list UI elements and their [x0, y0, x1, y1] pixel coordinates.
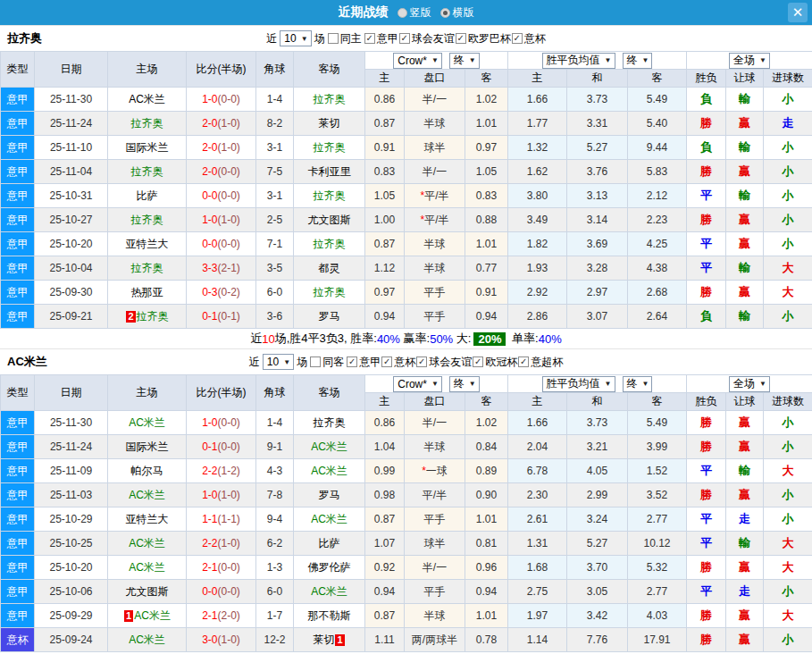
league-filter-checkbox[interactable]: 球会友谊	[416, 355, 472, 370]
league-badge[interactable]: 意甲	[1, 532, 35, 556]
recent-count-select[interactable]: 10 ▼	[263, 354, 294, 370]
league-badge[interactable]: 意甲	[1, 112, 35, 136]
home-team-cell[interactable]: 国际米兰	[108, 435, 187, 459]
league-badge[interactable]: 意甲	[1, 483, 35, 507]
col-header-euro-away: 客	[628, 393, 687, 411]
away-team-cell[interactable]: 拉齐奥	[294, 281, 365, 305]
bookmaker-select[interactable]: Crow*▼	[393, 53, 442, 69]
league-badge[interactable]: 意甲	[1, 256, 35, 281]
league-badge[interactable]: 意甲	[1, 435, 35, 459]
close-button[interactable]: ✕	[788, 3, 808, 22]
home-team-cell[interactable]: 2拉齐奥	[108, 305, 187, 329]
league-filter-checkbox[interactable]: 球会友谊	[399, 31, 455, 46]
league-badge[interactable]: 意甲	[1, 604, 35, 628]
away-team-cell[interactable]: 尤文图斯	[294, 208, 365, 232]
league-badge[interactable]: 意甲	[1, 305, 35, 329]
same-venue-checkbox[interactable]: 同客	[310, 355, 344, 370]
home-team-cell[interactable]: AC米兰	[108, 628, 187, 652]
result-group-header: 全场▼	[687, 52, 812, 70]
home-team-cell[interactable]: 热那亚	[108, 281, 187, 305]
match-row: 意甲25-11-09帕尔马2-2(1-2)4-3AC米兰0.99*一球0.896…	[1, 459, 812, 483]
scope-select[interactable]: 全场▼	[729, 53, 770, 69]
home-team-cell[interactable]: AC米兰	[108, 88, 187, 112]
home-team-cell[interactable]: 亚特兰大	[108, 232, 187, 256]
away-team-cell[interactable]: 拉齐奥	[294, 184, 365, 208]
away-team-cell[interactable]: AC米兰	[294, 580, 365, 604]
league-badge[interactable]: 意甲	[1, 160, 35, 184]
overunder-result-cell: 小	[764, 507, 812, 532]
home-team-cell[interactable]: AC米兰	[108, 411, 187, 435]
home-team-cell[interactable]: 拉齐奥	[108, 112, 187, 136]
overunder-result-cell: 走	[764, 112, 812, 136]
home-team-cell[interactable]: AC米兰	[108, 532, 187, 556]
home-team-cell[interactable]: 1AC米兰	[108, 604, 187, 628]
league-badge[interactable]: 意甲	[1, 411, 35, 435]
league-filter-checkbox[interactable]: 欧罗巴杯	[456, 31, 511, 46]
full-time-score: 2-0	[202, 141, 217, 154]
league-filter-checkbox[interactable]: 意甲	[364, 31, 398, 46]
league-badge[interactable]: 意杯	[1, 628, 35, 652]
away-team-cell[interactable]: 比萨	[294, 532, 365, 556]
home-team-cell[interactable]: 拉齐奥	[108, 160, 187, 184]
home-team-cell[interactable]: 亚特兰大	[108, 507, 187, 532]
recent-count-select[interactable]: 10 ▼	[280, 30, 311, 46]
wdl-average-select[interactable]: 胜平负均值▼	[542, 376, 615, 392]
league-badge[interactable]: 意甲	[1, 232, 35, 256]
home-team-cell[interactable]: AC米兰	[108, 556, 187, 580]
away-team-cell[interactable]: 莱切	[294, 112, 365, 136]
home-team-cell[interactable]: 拉齐奥	[108, 208, 187, 232]
league-badge[interactable]: 意甲	[1, 88, 35, 112]
home-team-cell[interactable]: 拉齐奥	[108, 256, 187, 281]
away-team-cell[interactable]: 佛罗伦萨	[294, 556, 365, 580]
same-venue-checkbox[interactable]: 同主	[328, 31, 362, 46]
away-team-cell[interactable]: AC米兰	[294, 459, 365, 483]
away-team-cell[interactable]: 那不勒斯	[294, 604, 365, 628]
odds-stage-select[interactable]: 终▼	[449, 53, 480, 69]
away-team-cell[interactable]: 罗马	[294, 483, 365, 507]
league-filter-checkbox[interactable]: 意杯	[512, 31, 546, 46]
away-team-cell[interactable]: 莱切1	[294, 628, 365, 652]
odds-stage-select[interactable]: 终▼	[449, 376, 480, 392]
away-team-cell[interactable]: 拉齐奥	[294, 411, 365, 435]
home-team-cell[interactable]: 比萨	[108, 184, 187, 208]
wdl-average-select[interactable]: 胜平负均值▼	[542, 53, 615, 69]
filter-bar: 近 10 ▼ 场 同主 意甲球会友谊欧罗巴杯意杯	[266, 30, 545, 46]
league-badge[interactable]: 意甲	[1, 507, 35, 532]
euro-stage-select[interactable]: 终▼	[623, 53, 653, 69]
layout-radio-horizontal[interactable]: 横版	[440, 5, 474, 21]
away-team-cell[interactable]: 罗马	[294, 305, 365, 329]
asian-odds-home: 0.94	[365, 305, 405, 329]
league-filter-checkbox[interactable]: 意甲	[347, 355, 381, 370]
away-team-cell[interactable]: 拉齐奥	[294, 88, 365, 112]
half-time-score: (2-1)	[218, 262, 240, 274]
home-team-cell[interactable]: 国际米兰	[108, 136, 187, 160]
away-team-cell[interactable]: 卡利亚里	[294, 160, 365, 184]
league-badge[interactable]: 意甲	[1, 136, 35, 160]
scope-select[interactable]: 全场▼	[729, 376, 770, 392]
league-badge[interactable]: 意甲	[1, 556, 35, 580]
away-team-cell[interactable]: 拉齐奥	[294, 232, 365, 256]
league-filter-checkbox[interactable]: 意超杯	[518, 355, 563, 370]
league-filter-checkbox[interactable]: 意杯	[381, 355, 415, 370]
checkbox-unchecked-icon	[310, 356, 321, 367]
col-header-score: 比分(半场)	[187, 52, 256, 88]
result-cell: 平	[687, 507, 726, 532]
league-filter-checkbox[interactable]: 欧冠杯	[473, 355, 517, 370]
home-team-cell[interactable]: 尤文图斯	[108, 580, 187, 604]
layout-radio-vertical[interactable]: 竖版	[398, 5, 431, 21]
league-badge[interactable]: 意甲	[1, 459, 35, 483]
rank-badge: 2	[126, 311, 135, 323]
home-team-cell[interactable]: AC米兰	[108, 483, 187, 507]
bookmaker-select[interactable]: Crow*▼	[393, 376, 442, 392]
euro-stage-select[interactable]: 终▼	[623, 376, 653, 392]
league-badge[interactable]: 意甲	[1, 281, 35, 305]
away-team-cell[interactable]: AC米兰	[294, 507, 365, 532]
chevron-down-icon: ▼	[605, 56, 612, 64]
away-team-cell[interactable]: AC米兰	[294, 435, 365, 459]
away-team-cell[interactable]: 拉齐奥	[294, 136, 365, 160]
away-team-cell[interactable]: 都灵	[294, 256, 365, 281]
league-badge[interactable]: 意甲	[1, 208, 35, 232]
league-badge[interactable]: 意甲	[1, 580, 35, 604]
home-team-cell[interactable]: 帕尔马	[108, 459, 187, 483]
league-badge[interactable]: 意甲	[1, 184, 35, 208]
